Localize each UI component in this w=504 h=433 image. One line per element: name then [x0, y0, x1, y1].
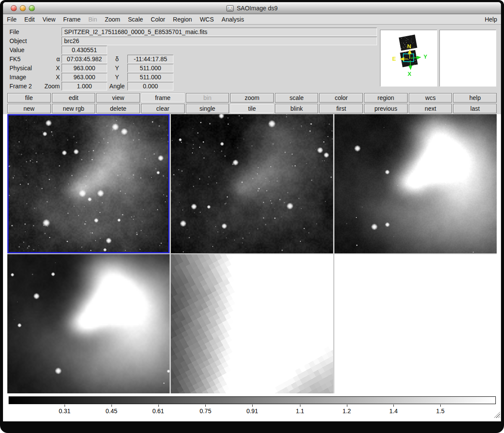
- toolbar-help-button[interactable]: help: [453, 93, 497, 103]
- colorbar-tick: [65, 405, 65, 407]
- object-label: Object: [9, 37, 27, 44]
- dec-value-field[interactable]: -11:44:17.85: [127, 55, 173, 63]
- physical-y-field[interactable]: 511.000: [127, 64, 173, 72]
- colorbar-tick-label: 1.4: [390, 408, 398, 414]
- menu-frame[interactable]: Frame: [59, 14, 84, 24]
- toolbar-frame-button[interactable]: frame: [141, 93, 185, 103]
- frame-2: [171, 114, 333, 253]
- colorbar-tick-label: 0.91: [246, 408, 258, 414]
- menu-analysis[interactable]: Analysis: [218, 14, 248, 24]
- file-label: File: [9, 28, 19, 35]
- object-value-field[interactable]: brc26: [62, 37, 377, 45]
- empty-tile-slot: [334, 254, 497, 393]
- frame-next-button[interactable]: next: [409, 104, 452, 113]
- colorbar-tick: [205, 405, 206, 407]
- menu-color[interactable]: Color: [147, 14, 169, 24]
- colorbar-ticks: 0.310.450.610.750.911.11.21.41.5: [9, 404, 496, 416]
- image-y-field[interactable]: 511.000: [127, 73, 173, 81]
- physical-x-key: X: [42, 65, 60, 72]
- wcs-system-label: FK5: [9, 56, 21, 62]
- magnifier[interactable]: [439, 30, 496, 87]
- frame-last-button[interactable]: last: [453, 104, 497, 113]
- frame-2-image[interactable]: [171, 114, 333, 253]
- frame-previous-button[interactable]: previous: [364, 104, 408, 113]
- frame-3-image[interactable]: [334, 114, 497, 253]
- toolbar-view-button[interactable]: view: [96, 93, 140, 103]
- menu-bar: File Edit View Frame Bin Zoom Scale Colo…: [3, 14, 501, 25]
- tile-grid: [7, 114, 497, 393]
- toolbar-bin-button: bin: [186, 93, 229, 103]
- colorbar-tick: [111, 405, 112, 407]
- menu-wcs[interactable]: WCS: [196, 14, 218, 24]
- x11-app-icon: X: [226, 5, 234, 12]
- image-x-field[interactable]: 963.000: [62, 73, 107, 81]
- pixel-value-field[interactable]: 0.430551: [62, 46, 107, 54]
- frame-first-button[interactable]: first: [319, 104, 363, 113]
- frame-clear-button[interactable]: clear: [141, 104, 185, 113]
- menu-edit[interactable]: Edit: [21, 14, 39, 24]
- colorbar-tick: [347, 405, 347, 407]
- frame-5-image[interactable]: [171, 254, 333, 393]
- title-bar[interactable]: X SAOImage ds9: [3, 2, 501, 14]
- colorbar-tick-label: 1.5: [436, 408, 444, 414]
- zoom-value-field[interactable]: 1.000: [62, 82, 107, 90]
- toolbar-row-categories: file edit view frame bin zoom scale colo…: [7, 93, 497, 103]
- toolbar: file edit view frame bin zoom scale colo…: [3, 92, 501, 114]
- axis-x-arrow: [410, 60, 411, 69]
- frame-new-button[interactable]: new: [7, 104, 51, 113]
- title-wrap: X SAOImage ds9: [3, 2, 501, 14]
- dec-key-label: δ: [108, 56, 127, 62]
- toolbar-edit-button[interactable]: edit: [52, 93, 96, 103]
- physical-x-field[interactable]: 963.000: [62, 64, 107, 72]
- frame-4-image[interactable]: [7, 254, 170, 393]
- file-value-field[interactable]: SPITZER_I2_17511680_0000_5_E8535701_maic…: [62, 28, 377, 36]
- frame-single-button[interactable]: single: [186, 104, 229, 113]
- frame-3: [334, 114, 497, 253]
- menu-file[interactable]: File: [3, 14, 21, 24]
- colorbar-tick: [158, 405, 159, 407]
- colorbar-tick: [393, 405, 394, 407]
- toolbar-wcs-button[interactable]: wcs: [409, 93, 452, 103]
- colorbar-tick-label: 0.31: [59, 408, 71, 414]
- toolbar-color-button[interactable]: color: [319, 93, 363, 103]
- physical-y-key: Y: [108, 65, 127, 72]
- app-window: X SAOImage ds9 File Edit View Frame Bin …: [0, 0, 504, 433]
- menu-scale[interactable]: Scale: [124, 14, 147, 24]
- frame-new-rgb-button[interactable]: new rgb: [52, 104, 96, 113]
- compass-east-label: E: [392, 56, 396, 62]
- menu-zoom[interactable]: Zoom: [101, 14, 124, 24]
- ra-key-label: α: [42, 56, 60, 62]
- colorbar[interactable]: [9, 396, 496, 404]
- image-label: Image: [9, 74, 26, 81]
- image-y-key: Y: [108, 74, 127, 81]
- panner[interactable]: N E Y X: [380, 30, 437, 87]
- zoom-key-label: Zoom: [42, 83, 60, 90]
- frame-1: [7, 114, 170, 253]
- axis-y-arrow: [411, 57, 421, 58]
- colorbar-tick-label: 0.45: [105, 408, 117, 414]
- toolbar-row-frame-actions: new new rgb delete clear single tile bli…: [7, 104, 497, 113]
- window-content: X SAOImage ds9 File Edit View Frame Bin …: [3, 2, 501, 421]
- colorbar-tick-label: 0.75: [200, 408, 211, 414]
- frame-tile-button[interactable]: tile: [230, 104, 274, 113]
- frame-delete-button[interactable]: delete: [96, 104, 140, 113]
- menu-help[interactable]: Help: [481, 14, 501, 24]
- frame-4: [7, 254, 170, 393]
- toolbar-region-button[interactable]: region: [364, 93, 408, 103]
- compass-north-label: N: [407, 43, 411, 50]
- toolbar-scale-button[interactable]: scale: [275, 93, 318, 103]
- toolbar-zoom-button[interactable]: zoom: [230, 93, 274, 103]
- axis-y-label: Y: [424, 53, 427, 60]
- compass-overlay: [380, 30, 437, 86]
- axis-x-label: X: [408, 71, 411, 77]
- colorbar-tick: [300, 405, 300, 407]
- ra-value-field[interactable]: 07:03:45.982: [62, 55, 107, 63]
- colorbar-tick: [252, 405, 253, 407]
- angle-value-field[interactable]: 0.000: [127, 82, 173, 90]
- frame-1-image[interactable]: [7, 114, 170, 253]
- menu-region[interactable]: Region: [169, 14, 196, 24]
- menu-view[interactable]: View: [39, 14, 59, 24]
- frame-blink-button[interactable]: blink: [275, 104, 318, 113]
- toolbar-file-button[interactable]: file: [7, 93, 51, 103]
- window-title: SAOImage ds9: [237, 5, 278, 12]
